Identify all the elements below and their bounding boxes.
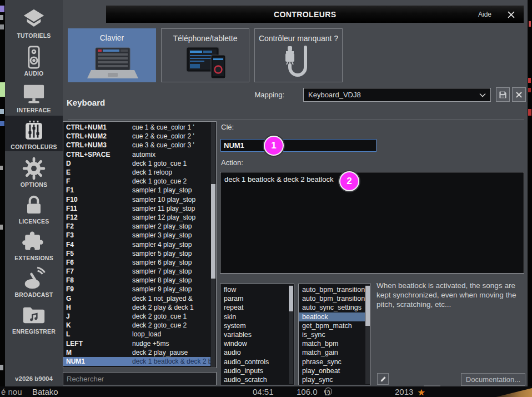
key-mapping-row[interactable]: Jdeck 2 goto_cue 1 <box>63 312 210 321</box>
key-mapping-row[interactable]: F5sampler 5 play_stop <box>63 249 210 258</box>
action-row[interactable]: phrase_sync <box>299 358 365 366</box>
key-mapping-row[interactable]: F10sampler 10 play_stop <box>63 195 210 204</box>
key-mapping-row[interactable]: CTRL+NUM3cue 3 & cue_color 3 ' <box>63 141 210 150</box>
category-row[interactable]: repeat <box>220 303 288 312</box>
category-row[interactable]: audio_inputs <box>220 366 288 375</box>
dialog-title: CONTROLEURS <box>274 10 337 19</box>
scrollbar-thumb[interactable] <box>289 286 293 311</box>
documentation-button[interactable]: Documentation... <box>461 373 525 386</box>
category-row[interactable]: audio_controls <box>220 358 288 366</box>
virtualdj-settings-screen: TUTORIELS AUDIO INTERFACE CONTROLEURS <box>0 0 532 397</box>
sidebar-item-licences[interactable]: LICENCES <box>5 190 63 226</box>
sidebar-item-label: OPTIONS <box>21 181 48 188</box>
edit-script-button[interactable] <box>377 373 389 385</box>
action-row[interactable]: match_bpm <box>299 339 365 348</box>
action-row[interactable]: beatlock <box>299 312 365 321</box>
key-mapping-row[interactable]: NUM1deck 1 beatlock & deck 2 beatlock <box>63 357 210 366</box>
sidebar-item-controleurs[interactable]: CONTROLEURS <box>5 116 63 151</box>
scrollbar-thumb[interactable] <box>211 184 215 279</box>
sidebar-item-tutoriels[interactable]: TUTORIELS <box>5 4 63 40</box>
key-input[interactable] <box>220 139 377 152</box>
controllers-dialog: TUTORIELS AUDIO INTERFACE CONTROLEURS <box>5 0 528 386</box>
sidebar-item-label: LICENCES <box>19 218 49 225</box>
key-name: F8 <box>66 276 132 284</box>
scrollbar-track[interactable] <box>211 122 215 367</box>
category-row[interactable]: variables <box>220 330 288 339</box>
category-row[interactable]: param <box>220 294 288 303</box>
sidebar-item-interface[interactable]: INTERFACE <box>5 79 63 115</box>
close-icon[interactable] <box>506 9 516 19</box>
key-mapping-row[interactable]: Gdeck 1 not_played & <box>63 294 210 303</box>
key-mapping-row[interactable]: CTRL+NUM1cue 1 & cue_color 1 ' <box>63 123 210 132</box>
key-mapping-row[interactable]: F7sampler 7 play_stop <box>63 267 210 276</box>
key-mapping-row[interactable]: Edeck 1 reloop <box>63 168 210 177</box>
plug-cable-icon <box>255 45 342 77</box>
annotation-number: 1 <box>271 140 276 151</box>
delete-mapping-button[interactable] <box>512 87 526 102</box>
key-name: F2 <box>66 222 132 230</box>
action-row[interactable]: auto_sync_settings <box>299 303 365 312</box>
sidebar-item-enregistrer[interactable]: ENREGISTRER <box>5 300 63 336</box>
background-artifact <box>0 24 4 29</box>
scrollbar-thumb[interactable] <box>365 286 370 326</box>
speaker-icon <box>23 44 45 70</box>
key-mapping-row[interactable]: LEFTnudge +5ms <box>63 339 210 348</box>
scrollbar-track[interactable] <box>289 285 293 384</box>
category-row[interactable]: flow <box>220 285 288 294</box>
key-mapping-row[interactable]: Mdeck 2 play_pause <box>63 348 210 357</box>
key-mapping-row[interactable]: CTRL+SPACEautomix <box>63 150 210 159</box>
key-name: F7 <box>66 267 132 275</box>
key-mapping-row[interactable]: Lloop_load <box>63 330 210 339</box>
tab-clavier[interactable]: Clavier <box>68 28 156 82</box>
key-action-text: sampler 2 play_stop <box>132 222 210 230</box>
key-mapping-row[interactable]: F1sampler 1 play_stop <box>63 186 210 195</box>
action-row[interactable]: get_bpm_match <box>299 321 365 330</box>
sidebar-item-extensions[interactable]: EXTENSIONS <box>5 227 63 262</box>
scrollbar-track[interactable] <box>365 285 370 384</box>
key-mapping-row[interactable]: Kdeck 2 goto_cue 2 <box>63 321 210 330</box>
action-row[interactable]: play_sync <box>299 375 365 384</box>
action-editor[interactable]: deck 1 beatlock & deck 2 beatlock <box>220 172 524 274</box>
mapping-dropdown[interactable]: Keyboard_VDJ8 <box>303 88 491 102</box>
key-mapping-row[interactable]: F12sampler 12 play_stop <box>63 213 210 222</box>
key-mapping-row[interactable]: Hdeck 2 play & deck 1 <box>63 303 210 312</box>
category-row[interactable]: audio <box>220 348 288 357</box>
key-mapping-row[interactable]: F4sampler 4 play_stop <box>63 240 210 249</box>
action-description: When beatlock is activated, the songs ar… <box>377 281 528 309</box>
background-artifact <box>0 365 3 370</box>
sidebar-item-broadcast[interactable]: BROADCAST <box>5 264 63 299</box>
sidebar-item-label: AUDIO <box>24 70 44 77</box>
background-track-bpm: 106.0 <box>297 387 318 396</box>
key-mapping-row[interactable]: Fdeck 1 goto_cue 2 <box>63 177 210 186</box>
action-row[interactable]: play_onbeat <box>299 366 365 375</box>
action-row[interactable]: auto_bpm_transition <box>299 294 365 303</box>
key-action-text: nudge +5ms <box>132 340 210 348</box>
search-input[interactable] <box>63 372 217 385</box>
action-row[interactable]: is_sync <box>299 330 365 339</box>
key-mapping-row[interactable]: Ddeck 1 goto_cue 1 <box>63 159 210 168</box>
action-row[interactable]: match_gain <box>299 348 365 357</box>
action-row[interactable]: auto_bpm_transition <box>299 285 365 294</box>
help-link[interactable]: Aide <box>478 11 491 18</box>
key-mapping-row[interactable]: F2sampler 2 play_stop <box>63 222 210 231</box>
category-row[interactable]: system <box>220 321 288 330</box>
key-mapping-row[interactable]: F9sampler 9 play_stop <box>63 285 210 294</box>
key-mapping-row[interactable]: CTRL+NUM2cue 2 & cue_color 2 ' <box>63 132 210 141</box>
key-action-text: deck 1 not_played & <box>132 295 210 302</box>
key-mapping-row[interactable]: F11sampler 11 play_stop <box>63 204 210 213</box>
save-mapping-button[interactable] <box>496 87 510 102</box>
key-mapping-row[interactable]: F6sampler 6 play_stop <box>63 258 210 267</box>
category-row[interactable]: skin <box>220 312 288 321</box>
tab-telephone-tablette[interactable]: Téléphone/tablette <box>161 28 249 82</box>
tab-controleur-manquant[interactable]: Contrôleur manquant ? <box>254 28 343 82</box>
key-action-text: cue 2 & cue_color 2 ' <box>132 132 210 140</box>
key-action-text: deck 2 goto_cue 2 <box>132 321 210 329</box>
key-mapping-row[interactable]: F3sampler 3 play_stop <box>63 231 210 240</box>
category-row[interactable]: window <box>220 339 288 348</box>
sidebar-item-audio[interactable]: AUDIO <box>5 42 63 78</box>
category-row[interactable]: audio_scratch <box>220 375 288 384</box>
key-mapping-row[interactable]: F8sampler 8 play_stop <box>63 276 210 285</box>
key-name: F4 <box>66 241 132 249</box>
background-track-row: é nou Batako 04:51 106.0 ✓D 2013 ★★★ <box>0 386 532 397</box>
sidebar-item-options[interactable]: OPTIONS <box>5 153 63 189</box>
